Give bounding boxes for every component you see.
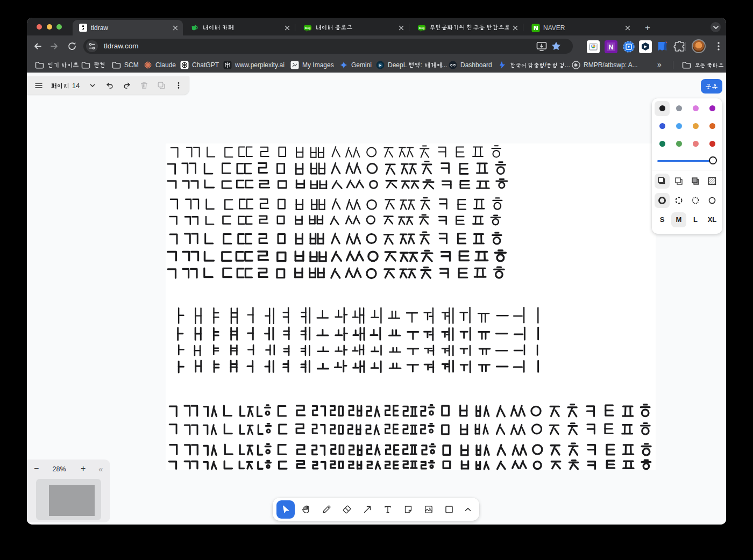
svg-text:N: N	[608, 43, 613, 51]
svg-text:blog: blog	[419, 27, 425, 30]
svg-text:blog: blog	[305, 27, 311, 30]
